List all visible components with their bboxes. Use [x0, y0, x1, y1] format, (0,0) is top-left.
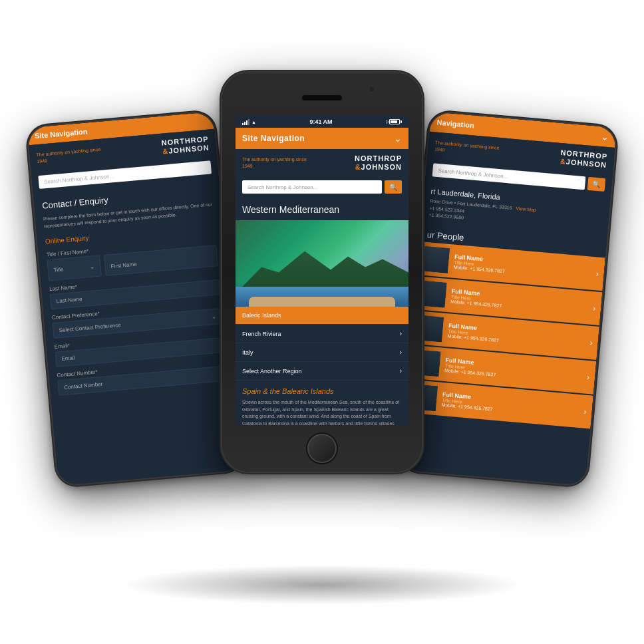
mountain-shape [236, 240, 408, 293]
beach-shape [249, 297, 395, 307]
center-frame: ▲ 9:41 AM ▷ Site Navigation ⌄ [222, 73, 422, 472]
left-logo: NORTHROP &JOHNSON [161, 135, 210, 156]
article-text: Strewn across the mouth of the Mediterra… [242, 399, 402, 425]
region-item-0[interactable]: Baleric Islands [236, 307, 408, 325]
person-chevron-2: › [589, 338, 593, 347]
left-content: Site Navigation The authority on yachtin… [27, 112, 244, 486]
person-info-4: Full Name Title Here Mobile: +1 954.326.… [441, 391, 584, 420]
status-time: 9:41 AM [256, 118, 386, 125]
left-screen: Site Navigation The authority on yachtin… [27, 112, 244, 486]
region-item-3[interactable]: Select Another Region › [236, 362, 408, 381]
left-brand-name: NORTHROP &JOHNSON [161, 135, 210, 156]
center-search-input[interactable]: Search Northrop & Johnson... [242, 180, 382, 194]
region-item-1[interactable]: French Riviera › [236, 325, 408, 343]
hero-image [236, 220, 408, 307]
signal-bars [242, 119, 249, 125]
center-nav-chevron: ⌄ [394, 133, 402, 144]
title-select[interactable]: Title ⌄ [47, 255, 101, 281]
person-info-0: Full Name Title Here Mobile: +1 954.326.… [454, 253, 597, 282]
contact-section: Contact / Enquiry Please complete the fo… [33, 179, 238, 408]
right-screen: Navigation ⌄ The authority on yachting s… [400, 112, 617, 486]
region-chevron-2: › [400, 349, 402, 356]
center-tagline: The authority on yachting since 1949 [242, 156, 315, 170]
center-phone: ▲ 9:41 AM ▷ Site Navigation ⌄ [222, 73, 422, 472]
left-tagline-text: The authority on yachting since 1949 [36, 146, 110, 165]
center-logo: NORTHROP &JOHNSON [355, 154, 402, 172]
right-search-button[interactable]: 🔍 [587, 177, 606, 192]
person-avatar-1 [420, 280, 447, 307]
person-chevron-3: › [587, 373, 590, 382]
right-content: Navigation ⌄ The authority on yachting s… [400, 112, 617, 486]
right-nav-chevron: ⌄ [601, 131, 609, 142]
person-chevron-4: › [583, 406, 587, 416]
left-nav-title: Site Navigation [35, 127, 88, 140]
person-chevron-0: › [595, 269, 599, 278]
right-tagline-wrap: The authority on yachting since 1949 [434, 140, 508, 159]
region-chevron-1: › [400, 330, 402, 337]
person-chevron-1: › [593, 303, 596, 313]
people-list: Full Name Title Here Mobile: +1 954.326.… [405, 242, 605, 428]
center-search-bar: Search Northrop & Johnson... 🔍 [236, 177, 408, 199]
right-nav-title: Navigation [436, 118, 474, 130]
person-info-3: Full Name Title Here Mobile: +1 954.326.… [444, 357, 587, 385]
article-section: Spain & the Balearic Islands Strewn acro… [236, 381, 408, 425]
page-title: Western Mediterranean [242, 204, 402, 215]
home-area [222, 425, 422, 472]
search-button[interactable]: 🔍 [385, 180, 402, 194]
page-title-area: Western Mediterranean [236, 199, 408, 220]
article-title: Spain & the Balearic Islands [242, 387, 402, 395]
center-nav-bar: Site Navigation ⌄ [236, 128, 408, 149]
center-logo-area: The authority on yachting since 1949 NOR… [236, 149, 408, 177]
status-bar: ▲ 9:41 AM ▷ [236, 116, 408, 128]
right-brand: NORTHROP &JOHNSON [560, 148, 608, 170]
region-list: Baleric Islands French Riviera › Italy ›… [236, 307, 408, 381]
person-info-1: Full Name Title Here Mobile: +1 954.326.… [450, 287, 593, 316]
camera-dot [369, 86, 375, 92]
center-nav-title: Site Navigation [242, 134, 305, 143]
region-chevron-3: › [400, 367, 402, 375]
center-content: ▲ 9:41 AM ▷ Site Navigation ⌄ [236, 116, 408, 425]
speaker [302, 95, 342, 100]
region-item-2[interactable]: Italy › [236, 343, 408, 362]
left-tagline: The authority on yachting since 1949 [36, 146, 110, 165]
camera-area [222, 73, 422, 116]
right-tagline: The authority on yachting since 1949 [434, 140, 508, 159]
person-info-2: Full Name Title Here Mobile: +1 954.326.… [447, 322, 590, 351]
right-logo: NORTHROP &JOHNSON [560, 148, 608, 170]
view-map-link[interactable]: View Map [516, 206, 536, 213]
scene: Site Navigation The authority on yachtin… [23, 39, 621, 605]
center-tagline-wrap: The authority on yachting since 1949 [242, 156, 315, 170]
right-phone: Navigation ⌄ The authority on yachting s… [400, 112, 617, 486]
left-phone: Site Navigation The authority on yachtin… [27, 112, 244, 486]
center-brand: NORTHROP &JOHNSON [355, 154, 402, 172]
home-button[interactable] [307, 434, 337, 463]
battery-icon [389, 119, 402, 124]
person-avatar-0 [422, 246, 450, 273]
center-screen: ▲ 9:41 AM ▷ Site Navigation ⌄ [236, 116, 408, 425]
